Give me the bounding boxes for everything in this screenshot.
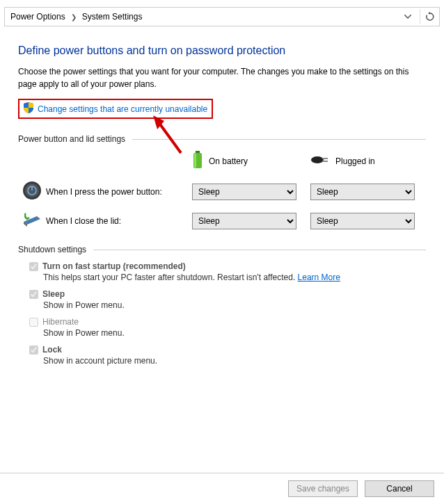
breadcrumb-level2[interactable]: System Settings (81, 12, 144, 22)
hibernate-checkbox[interactable] (29, 318, 38, 327)
footer-buttons: Save changes Cancel (0, 473, 444, 504)
col-on-battery: On battery (192, 151, 248, 171)
section-power-button: Power button and lid settings (18, 134, 426, 144)
cancel-button[interactable]: Cancel (365, 480, 434, 497)
power-button-icon (22, 181, 42, 202)
lock-checkbox[interactable] (29, 346, 38, 355)
option-sleep: Sleep Show in Power menu. (29, 289, 426, 310)
fast-startup-desc: This helps start your PC faster after sh… (43, 273, 426, 282)
option-hibernate: Hibernate Show in Power menu. (29, 317, 426, 338)
chevron-down-icon[interactable] (400, 9, 415, 24)
chevron-right-icon: ❯ (71, 13, 77, 21)
breadcrumb: Power Options ❯ System Settings (4, 7, 440, 26)
row-label: When I press the power button: (46, 187, 192, 197)
sleep-label: Sleep (42, 289, 65, 299)
section-shutdown: Shutdown settings (18, 245, 426, 254)
section-title: Shutdown settings (18, 245, 86, 254)
close-lid-plugged-select[interactable]: Sleep (310, 213, 415, 229)
laptop-lid-icon (22, 212, 42, 229)
lock-label: Lock (42, 345, 62, 355)
press-button-plugged-select[interactable]: Sleep (310, 184, 415, 200)
fast-startup-label: Turn on fast startup (recommended) (42, 261, 186, 271)
close-lid-battery-select[interactable]: Sleep (192, 213, 296, 229)
col-battery-label: On battery (209, 156, 248, 166)
svg-rect-4 (322, 158, 328, 159)
section-title: Power button and lid settings (18, 134, 125, 144)
change-settings-link[interactable]: Change settings that are currently unava… (38, 104, 207, 114)
fast-startup-checkbox[interactable] (29, 262, 38, 271)
row-close-lid: When I close the lid: Sleep Sleep (18, 212, 426, 229)
svg-rect-2 (194, 154, 196, 168)
svg-point-3 (311, 156, 324, 163)
col-plugged-in: Plugged in (310, 154, 375, 168)
hibernate-desc: Show in Power menu. (43, 328, 426, 338)
page-description: Choose the power settings that you want … (18, 65, 426, 90)
learn-more-link[interactable]: Learn More (298, 273, 340, 282)
battery-icon (192, 151, 203, 171)
row-label: When I close the lid: (46, 216, 192, 226)
sleep-checkbox[interactable] (29, 290, 38, 299)
save-button[interactable]: Save changes (288, 480, 358, 497)
hibernate-label: Hibernate (42, 317, 79, 327)
svg-rect-5 (322, 161, 328, 162)
row-press-power-button: When I press the power button: Sleep Sle… (18, 181, 426, 202)
option-lock: Lock Show in account picture menu. (29, 345, 426, 366)
sleep-desc: Show in Power menu. (43, 300, 426, 310)
col-plugged-label: Plugged in (335, 156, 375, 166)
option-fast-startup: Turn on fast startup (recommended) This … (29, 261, 426, 282)
uac-shield-icon (24, 102, 33, 115)
lock-desc: Show in account picture menu. (43, 356, 426, 366)
breadcrumb-level1[interactable]: Power Options (9, 12, 67, 22)
column-headers: On battery Plugged in (192, 151, 426, 171)
press-button-battery-select[interactable]: Sleep (192, 184, 296, 200)
refresh-icon[interactable] (420, 9, 435, 24)
change-settings-link-box: Change settings that are currently unava… (18, 99, 213, 119)
plug-icon (310, 154, 330, 168)
page-title: Define power buttons and turn on passwor… (18, 44, 426, 57)
svg-rect-0 (196, 151, 200, 153)
